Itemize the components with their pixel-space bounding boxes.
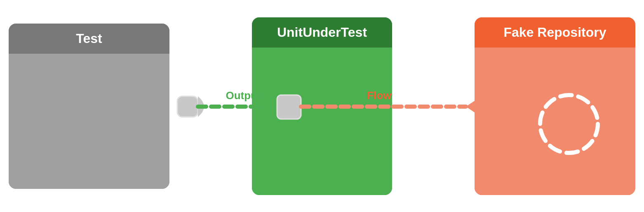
fake-box-body: [475, 48, 635, 195]
uut-box-body: [252, 48, 392, 195]
uut-box-header: UnitUnderTest: [252, 17, 392, 48]
test-box-header: Test: [9, 24, 169, 54]
test-box-title: Test: [76, 31, 102, 46]
diagram: Test UnitUnderTest Fake Repository: [0, 0, 644, 212]
uut-box-title: UnitUnderTest: [277, 25, 367, 40]
fake-box-header: Fake Repository: [475, 17, 635, 48]
svg-rect-0: [177, 96, 198, 117]
fake-box: Fake Repository: [475, 17, 635, 195]
fake-box-title: Fake Repository: [504, 25, 606, 40]
uut-box: UnitUnderTest: [252, 17, 392, 195]
test-box-body: [9, 54, 169, 189]
test-box: Test: [9, 24, 169, 189]
